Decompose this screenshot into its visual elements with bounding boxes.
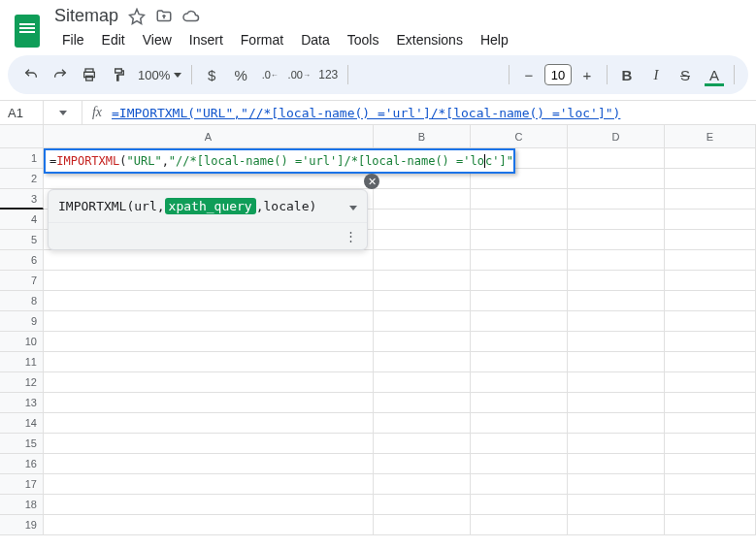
formula-hint-popup: IMPORTXML(url, xpath_query, locale) ⋮: [48, 189, 368, 250]
menu-format[interactable]: Format: [233, 28, 291, 51]
star-icon[interactable]: [128, 8, 146, 25]
row-header[interactable]: 3: [0, 189, 44, 210]
row-header[interactable]: 10: [0, 332, 44, 352]
row-headers: 1 2 3 4 5 6 7 8 9 10 11 12 13 14 15 16 1…: [0, 148, 44, 535]
menu-bar: File Edit View Insert Format Data Tools …: [54, 26, 516, 55]
fx-icon: fx: [82, 105, 112, 120]
menu-view[interactable]: View: [135, 28, 180, 51]
move-folder-icon[interactable]: [155, 8, 173, 25]
zoom-dropdown[interactable]: 100%: [134, 68, 185, 82]
undo-button[interactable]: [17, 61, 45, 88]
print-button[interactable]: [76, 61, 103, 88]
column-header-c[interactable]: C: [471, 125, 568, 148]
select-all-corner[interactable]: [0, 125, 44, 148]
column-header-d[interactable]: D: [568, 125, 665, 148]
row-header[interactable]: 14: [0, 413, 44, 434]
column-header-b[interactable]: B: [374, 125, 471, 148]
font-size-control: − +: [515, 61, 601, 88]
more-formats-button[interactable]: 123: [314, 61, 342, 88]
row-header[interactable]: 4: [0, 210, 44, 230]
row-header[interactable]: 16: [0, 454, 44, 474]
menu-extensions[interactable]: Extensions: [388, 28, 470, 51]
menu-edit[interactable]: Edit: [94, 28, 133, 51]
document-title[interactable]: Sitemap: [54, 6, 118, 26]
row-header[interactable]: 12: [0, 372, 44, 393]
percent-button[interactable]: %: [227, 61, 254, 88]
row-header[interactable]: 7: [0, 271, 44, 291]
increase-decimal-button[interactable]: .00→: [285, 61, 312, 88]
row-header[interactable]: 1: [0, 148, 44, 169]
menu-insert[interactable]: Insert: [181, 28, 231, 51]
hint-expand-icon[interactable]: [349, 199, 357, 213]
chevron-down-icon: [174, 73, 181, 78]
cloud-status-icon[interactable]: [182, 8, 200, 25]
row-header[interactable]: 13: [0, 393, 44, 413]
redo-button[interactable]: [47, 61, 74, 88]
chevron-down-icon: [59, 111, 67, 115]
menu-file[interactable]: File: [54, 28, 92, 51]
spreadsheet-grid: 1 2 3 4 5 6 7 8 9 10 11 12 13 14 15 16 1…: [0, 148, 756, 535]
strikethrough-button[interactable]: S: [672, 61, 699, 88]
column-header-e[interactable]: E: [665, 125, 756, 148]
currency-button[interactable]: $: [198, 61, 225, 88]
formula-hint-signature: IMPORTXML(url, xpath_query, locale): [49, 190, 367, 222]
name-box[interactable]: A1: [0, 101, 44, 124]
hint-more-button[interactable]: ⋮: [49, 222, 367, 249]
cells-area[interactable]: =IMPORTXML("URL","//*[local-name() ='url…: [44, 148, 756, 535]
row-header[interactable]: 19: [0, 515, 44, 535]
formula-bar: A1 fx =IMPORTXML("URL","//*[local-name()…: [0, 100, 756, 125]
column-header-a[interactable]: A: [44, 125, 374, 148]
row-header[interactable]: 17: [0, 474, 44, 495]
formula-input[interactable]: =IMPORTXML("URL","//*[local-name() ='url…: [112, 106, 620, 120]
menu-data[interactable]: Data: [293, 28, 338, 51]
column-headers: A B C D E: [0, 125, 756, 148]
active-cell-editor[interactable]: =IMPORTXML("URL","//*[local-name() ='url…: [44, 148, 515, 174]
font-size-input[interactable]: [544, 64, 572, 85]
close-hint-icon[interactable]: ✕: [364, 174, 379, 189]
active-argument: xpath_query: [165, 198, 256, 214]
title-bar: Sitemap File Edit View Insert Format Dat…: [0, 0, 756, 55]
paint-format-button[interactable]: [105, 61, 132, 88]
row-header[interactable]: 6: [0, 250, 44, 271]
sheets-logo[interactable]: [8, 12, 47, 50]
text-color-button[interactable]: A: [701, 61, 728, 88]
chevron-down-icon: [349, 206, 357, 210]
name-box-dropdown[interactable]: [44, 101, 82, 124]
italic-button[interactable]: I: [642, 61, 670, 88]
decrease-decimal-button[interactable]: .0←: [256, 61, 283, 88]
row-header[interactable]: 11: [0, 352, 44, 372]
font-size-increase[interactable]: +: [574, 61, 601, 88]
row-header[interactable]: 9: [0, 311, 44, 332]
row-header[interactable]: 5: [0, 230, 44, 250]
bold-button[interactable]: B: [613, 61, 641, 88]
row-header[interactable]: 15: [0, 434, 44, 454]
row-header[interactable]: 2: [0, 169, 44, 189]
row-header[interactable]: 18: [0, 495, 44, 515]
menu-tools[interactable]: Tools: [340, 28, 387, 51]
font-size-decrease[interactable]: −: [515, 61, 542, 88]
row-header[interactable]: 8: [0, 291, 44, 311]
menu-help[interactable]: Help: [473, 28, 516, 51]
toolbar: 100% $ % .0← .00→ 123 − + B I S A: [8, 55, 748, 94]
